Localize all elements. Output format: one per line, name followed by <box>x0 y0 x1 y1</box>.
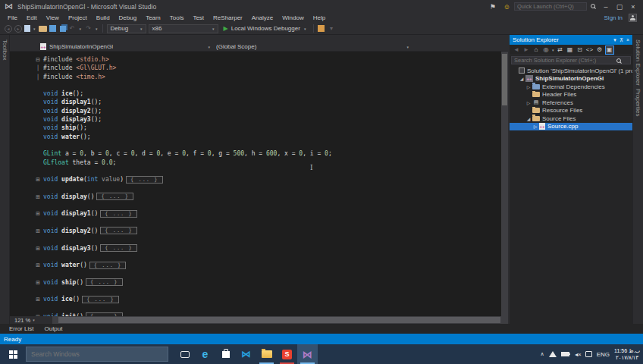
collapsed-region[interactable]: { ... } <box>100 210 137 218</box>
menu-item-window[interactable]: Window <box>278 14 308 21</box>
pending-changes-filter-icon-caret[interactable]: ▾ <box>552 48 554 52</box>
action-center-icon[interactable] <box>585 351 592 357</box>
attach-to-process-icon[interactable] <box>318 25 325 32</box>
task-view-taskbar-button[interactable] <box>174 344 195 364</box>
restore-button[interactable]: ▢ <box>613 3 626 11</box>
fold-toggle-icon[interactable]: ⊞ <box>33 313 43 316</box>
vertical-scrollbar-thumb[interactable] <box>502 54 507 105</box>
new-item-icon[interactable] <box>24 25 30 32</box>
properties-icon[interactable]: ⚙ <box>595 46 604 55</box>
fold-toggle-icon[interactable]: ⊞ <box>33 296 43 304</box>
menu-item-view[interactable]: View <box>42 14 64 21</box>
expanded-arrow-icon[interactable]: ◢ <box>525 116 532 121</box>
menu-item-edit[interactable]: Edit <box>22 14 42 21</box>
s-app-taskbar-button[interactable]: S <box>277 344 297 364</box>
tree-item-external-dependencies[interactable]: ▷External Dependencies <box>510 83 632 91</box>
language-indicator[interactable]: ENG <box>597 351 610 358</box>
menu-item-help[interactable]: Help <box>309 14 330 21</box>
nav-backward-icon[interactable]: ◄ <box>5 25 12 33</box>
menu-item-project[interactable]: Project <box>64 14 92 21</box>
side-tab-properties[interactable]: Properties <box>633 87 643 118</box>
bottom-tab-error-list[interactable]: Error List <box>9 325 33 332</box>
sign-in-link[interactable]: Sign in <box>604 14 623 21</box>
navbar-project-dropdown[interactable]: ++ ShipSimulatorInOpenGl ▾ <box>10 42 213 51</box>
preview-selected-items-icon[interactable]: ▣ <box>605 46 614 55</box>
menu-item-file[interactable]: File <box>3 14 22 21</box>
tree-item-source-cpp[interactable]: ▷++Source.cpp <box>510 123 632 131</box>
start-debugging-button[interactable]: ▶ Local Windows Debugger ▾ <box>221 25 310 32</box>
collapsed-region[interactable]: { ... } <box>100 244 137 252</box>
taskbar-search-input[interactable] <box>26 347 168 362</box>
menu-item-team[interactable]: Team <box>141 14 165 21</box>
horizontal-scrollbar[interactable] <box>52 316 508 324</box>
tree-item-solution-shipsimulatorinopengl-1-project[interactable]: Solution 'ShipSimulatorInOpenGl' (1 proj… <box>510 67 632 75</box>
clock[interactable]: 11:56 ب.ظ ٢٠١٧/٨/١٣ <box>614 347 640 361</box>
show-all-files-icon[interactable]: ⊡ <box>576 46 585 55</box>
battery-icon[interactable] <box>561 352 569 356</box>
search-icon[interactable] <box>590 3 596 10</box>
horizontal-scrollbar-thumb[interactable] <box>58 317 500 323</box>
undo-icon-caret[interactable]: ▾ <box>80 27 82 31</box>
open-folder-icon[interactable] <box>39 26 47 32</box>
toolbar-overflow-icon[interactable]: ▾ <box>327 24 335 33</box>
forward-icon[interactable]: ► <box>522 46 531 55</box>
save-icon[interactable] <box>49 25 56 32</box>
expanded-arrow-icon[interactable]: ◢ <box>519 76 525 81</box>
minimize-button[interactable]: – <box>599 3 613 11</box>
side-tab-solution-explorer[interactable]: Solution Explorer <box>633 38 643 87</box>
bottom-tab-output[interactable]: Output <box>44 325 62 332</box>
undo-icon[interactable]: ↶ <box>68 24 77 33</box>
collapsed-region[interactable]: { ... } <box>126 176 163 184</box>
save-all-icon[interactable] <box>60 26 66 32</box>
pin-icon[interactable]: ⊼ <box>619 37 623 43</box>
tree-item-header-files[interactable]: Header Files <box>510 91 632 99</box>
tree-item-references[interactable]: ▷▤References <box>510 99 632 107</box>
view-code-icon[interactable]: <> <box>585 46 594 55</box>
new-item-icon-caret[interactable]: ▾ <box>33 27 36 31</box>
tree-item-source-files[interactable]: ◢Source Files <box>510 115 632 123</box>
redo-icon[interactable]: ↷ <box>84 24 93 33</box>
volume-muted-icon[interactable]: ◄× <box>574 352 581 357</box>
file-explorer-taskbar-button[interactable] <box>256 344 277 364</box>
visual-studio-taskbar-button[interactable]: ⋈ <box>297 344 318 364</box>
menu-item-resharper[interactable]: ReSharper <box>209 14 247 21</box>
feedback-smiley-icon[interactable]: ☺ <box>503 3 510 11</box>
pending-changes-filter-icon[interactable]: ◎ <box>541 46 550 55</box>
menu-item-test[interactable]: Test <box>188 14 209 21</box>
solution-configuration-dropdown[interactable]: Debug ▾ <box>107 24 146 33</box>
quick-launch-input[interactable] <box>514 2 587 11</box>
collapsed-region[interactable]: { ... } <box>89 262 127 269</box>
tray-expand-icon[interactable]: ∧ <box>541 351 544 357</box>
edge-taskbar-button[interactable]: e <box>195 344 215 364</box>
user-avatar-icon[interactable] <box>629 14 637 22</box>
collapsed-region[interactable]: { ... } <box>100 227 137 234</box>
collapsed-arrow-icon[interactable]: ▷ <box>525 84 532 89</box>
collapsed-region[interactable]: { ... } <box>86 278 123 286</box>
notifications-flag-icon[interactable]: ⚑ <box>490 3 496 11</box>
wifi-icon[interactable] <box>549 351 557 357</box>
fold-toggle-icon[interactable]: ⊞ <box>33 210 43 218</box>
nav-forward-icon[interactable]: ► <box>14 25 22 33</box>
solution-explorer-search-input[interactable] <box>511 56 631 64</box>
search-icon[interactable] <box>616 58 622 64</box>
redo-icon-caret[interactable]: ▾ <box>96 27 98 31</box>
collapsed-region[interactable]: { ... } <box>82 296 119 303</box>
menu-item-build[interactable]: Build <box>92 14 114 21</box>
menu-item-analyze[interactable]: Analyze <box>247 14 278 21</box>
collapsed-arrow-icon[interactable]: ▷ <box>525 100 532 105</box>
close-icon[interactable]: × <box>626 37 629 42</box>
tree-item-resource-files[interactable]: Resource Files <box>510 107 632 115</box>
menu-item-tools[interactable]: Tools <box>165 14 189 21</box>
close-button[interactable]: × <box>626 3 640 11</box>
editor-zoom-dropdown[interactable]: 121 % ▾ <box>10 317 52 324</box>
code-editor[interactable]: ⊟#include <stdio.h>│#include <Gl\GLUT.h>… <box>10 52 508 316</box>
new-solution-folder-icon[interactable]: ▦ <box>566 46 575 55</box>
collapsed-arrow-icon[interactable]: ▷ <box>532 124 538 129</box>
back-icon[interactable]: ◄ <box>512 46 521 55</box>
start-button[interactable] <box>0 344 26 364</box>
home-icon[interactable]: ⌂ <box>532 46 541 55</box>
store-taskbar-button[interactable] <box>215 344 236 364</box>
navbar-scope-dropdown[interactable]: (Global Scope) ▾ <box>213 42 412 51</box>
collapsed-region[interactable]: { ... } <box>96 193 133 200</box>
window-position-icon[interactable]: ▾ <box>613 37 616 43</box>
